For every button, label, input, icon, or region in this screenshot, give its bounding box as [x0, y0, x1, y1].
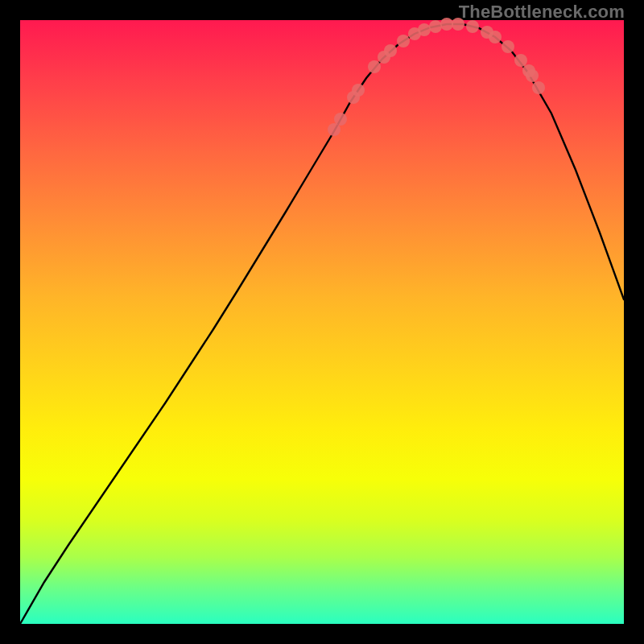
- data-point: [514, 54, 527, 67]
- data-point: [526, 69, 539, 82]
- curve-datapoints: [328, 18, 545, 136]
- watermark-text: TheBottleneck.com: [459, 2, 625, 23]
- data-point: [334, 113, 347, 126]
- data-point: [368, 60, 381, 73]
- data-point: [489, 31, 502, 43]
- data-point: [352, 84, 365, 97]
- chart-svg: [20, 20, 624, 624]
- chart-frame: TheBottleneck.com: [0, 0, 644, 644]
- data-point: [397, 35, 410, 47]
- bottleneck-curve: [20, 24, 624, 624]
- data-point: [440, 18, 453, 31]
- data-point: [384, 44, 397, 57]
- data-point: [429, 20, 442, 33]
- data-point: [418, 23, 431, 36]
- data-point: [502, 40, 514, 53]
- data-point: [532, 81, 545, 94]
